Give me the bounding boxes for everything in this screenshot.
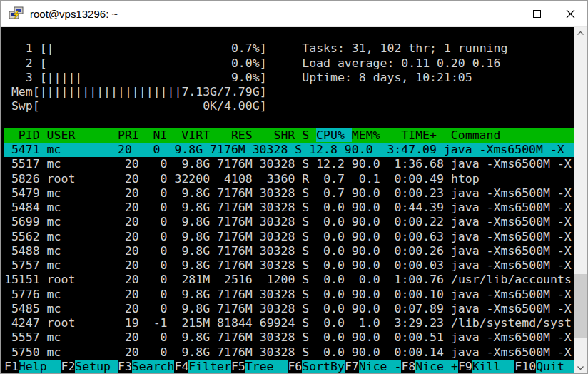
maximize-icon: [533, 10, 541, 18]
fkey-f8-key[interactable]: F8: [401, 360, 415, 373]
fkey-f3-key[interactable]: F3: [118, 360, 132, 373]
scrollbar[interactable]: [574, 27, 587, 374]
process-row-5471[interactable]: 5471 mc 20 0 9.8G 7176M 30328 S 12.8 90.…: [4, 143, 576, 157]
function-key-bar[interactable]: F1Help F2Setup F3SearchF4FilterF5Tree F6…: [4, 360, 576, 374]
process-row-5484[interactable]: 5484 mc 20 0 9.8G 7176M 30328 S 0.0 90.0…: [4, 201, 576, 215]
process-row-15151[interactable]: 15151 root 20 0 281M 2516 1200 S 0.0 0.0…: [4, 273, 576, 287]
scrollbar-thumb[interactable]: [574, 274, 587, 338]
table-header-row[interactable]: PID USER PRI NI VIRT RES SHR S CPU% MEM%…: [4, 128, 576, 143]
process-row-4247[interactable]: 4247 root 19 -1 215M 81844 69924 S 0.0 1…: [4, 316, 576, 330]
fkey-f9-key[interactable]: F9: [458, 360, 472, 373]
fkey-quit[interactable]: Quit: [536, 360, 576, 373]
minimize-icon: [500, 14, 508, 14]
minimize-button[interactable]: [487, 1, 520, 26]
scrollbar-up-button[interactable]: [574, 27, 587, 39]
fkey-setup[interactable]: Setup: [75, 360, 118, 373]
fkey-f1-key[interactable]: F1: [4, 360, 19, 373]
process-row-5826[interactable]: 5826 root 20 0 32200 4108 3360 R 0.7 0.1…: [4, 172, 576, 186]
fkey-nice-plus[interactable]: Nice +: [415, 360, 458, 373]
scrollbar-down-button[interactable]: [574, 362, 587, 374]
process-row-5485[interactable]: 5485 mc 20 0 9.8G 7176M 30328 S 0.0 90.0…: [4, 302, 576, 316]
putty-icon[interactable]: [9, 6, 24, 21]
maximize-button[interactable]: [520, 1, 554, 26]
cpu3-meter-and-uptime: 3 [||||| 9.0%] Uptime: 8 days, 10:21:05: [4, 71, 576, 85]
blank-line-top: [4, 27, 576, 41]
window-title: root@vps13296: ~: [30, 8, 118, 20]
fkey-filter[interactable]: Filter: [188, 360, 231, 373]
mem-meter: Mem[||||||||||||||||||||7.13G/7.79G]: [4, 85, 576, 99]
swp-meter: Swp[ 0K/4.00G]: [4, 99, 576, 113]
terminal: 1 [| 0.7%] Tasks: 31, 102 thr; 1 running…: [1, 27, 576, 374]
fkey-f4-key[interactable]: F4: [174, 360, 188, 373]
process-row-5757[interactable]: 5757 mc 20 0 9.8G 7176M 30328 S 0.0 90.0…: [4, 258, 576, 273]
fkey-f5-key[interactable]: F5: [231, 360, 245, 373]
process-row-5776[interactable]: 5776 mc 20 0 9.8G 7176M 30328 S 0.0 90.0…: [4, 288, 576, 302]
title-bar[interactable]: root@vps13296: ~: [1, 1, 587, 27]
close-icon: [566, 9, 575, 19]
fkey-sortby[interactable]: SortBy: [302, 360, 345, 373]
process-row-5557[interactable]: 5557 mc 20 0 9.8G 7176M 30328 S 0.0 90.0…: [4, 330, 576, 345]
process-row-5699[interactable]: 5699 mc 20 0 9.8G 7176M 30328 S 0.0 90.0…: [4, 215, 576, 229]
process-row-5750[interactable]: 5750 mc 20 0 9.8G 7176M 30328 S 0.0 90.0…: [4, 345, 576, 360]
chevron-up-icon: [577, 31, 584, 35]
putty-window: root@vps13296: ~ 1 [| 0.7%] Tasks: 31, 1…: [0, 0, 588, 374]
close-button[interactable]: [554, 1, 587, 26]
cpu2-meter-and-load: 2 [ 0.0%] Load average: 0.11 0.20 0.16: [4, 56, 576, 71]
process-row-5479[interactable]: 5479 mc 20 0 9.8G 7176M 30328 S 0.7 90.0…: [4, 186, 576, 201]
fkey-f7-key[interactable]: F7: [345, 360, 359, 373]
fkey-f2-key[interactable]: F2: [61, 360, 75, 373]
process-row-5562[interactable]: 5562 mc 20 0 9.8G 7176M 30328 S 0.0 90.0…: [4, 230, 576, 244]
blank-line-mid: [4, 114, 576, 128]
fkey-kill[interactable]: Kill: [472, 360, 515, 373]
fkey-f10-key[interactable]: F10: [514, 360, 536, 373]
fkey-help[interactable]: Help: [19, 360, 61, 373]
chevron-down-icon: [577, 366, 584, 370]
fkey-tree[interactable]: Tree: [245, 360, 288, 373]
window-controls: [487, 1, 587, 26]
fkey-nice-minus[interactable]: Nice -: [359, 360, 402, 373]
process-row-5488[interactable]: 5488 mc 20 0 9.8G 7176M 30328 S 0.0 90.0…: [4, 244, 576, 258]
fkey-f6-key[interactable]: F6: [288, 360, 302, 373]
process-row-5517[interactable]: 5517 mc 20 0 9.8G 7176M 30328 S 12.2 90.…: [4, 157, 576, 171]
cpu1-meter-and-tasks: 1 [| 0.7%] Tasks: 31, 102 thr; 1 running: [4, 41, 576, 56]
fkey-search[interactable]: Search: [132, 360, 175, 373]
